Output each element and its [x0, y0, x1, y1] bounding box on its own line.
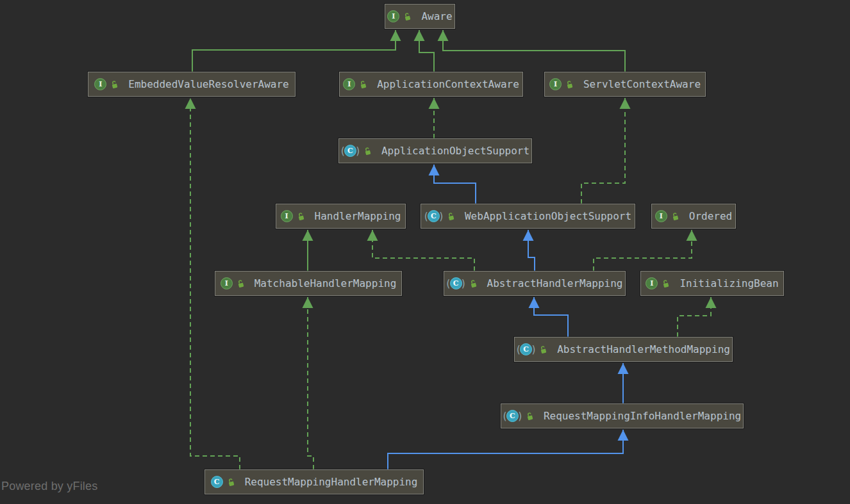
lock-icon: [671, 212, 679, 221]
interface-icon: I: [655, 210, 667, 222]
class-node-ord[interactable]: IOrdered: [651, 204, 736, 229]
class-node-aos[interactable]: (C)ApplicationObjectSupport: [338, 138, 532, 163]
class-node-waos[interactable]: (C)WebApplicationObjectSupport: [421, 204, 635, 229]
abstract-class-icon: (C): [447, 277, 465, 289]
class-name-label: MatchableHandlerMapping: [254, 277, 397, 289]
interface-icon: I: [94, 78, 106, 90]
lock-icon: [469, 279, 478, 288]
abstract-class-icon: (C): [341, 145, 360, 157]
class-node-aca[interactable]: IApplicationContextAware: [339, 72, 523, 97]
lock-icon: [226, 478, 235, 487]
class-name-label: HandlerMapping: [315, 210, 401, 222]
class-name-label: ApplicationObjectSupport: [381, 145, 529, 157]
lock-icon: [358, 80, 367, 89]
class-icon: C: [211, 476, 223, 488]
abstract-class-icon: (C): [517, 343, 535, 355]
interface-icon: I: [221, 277, 233, 289]
class-node-rmhm[interactable]: CRequestMappingHandlerMapping: [204, 469, 424, 494]
class-node-aware[interactable]: IAware: [385, 4, 455, 29]
class-name-label: EmbeddedValueResolverAware: [128, 78, 288, 90]
interface-icon: I: [646, 277, 658, 289]
lock-icon: [565, 80, 574, 89]
class-name-label: InitializingBean: [679, 277, 778, 289]
class-node-ahmm[interactable]: (C)AbstractHandlerMethodMapping: [514, 337, 733, 362]
interface-icon: I: [549, 78, 562, 90]
abstract-class-icon: (C): [424, 210, 443, 222]
class-name-label: AbstractHandlerMethodMapping: [557, 343, 730, 355]
interface-icon: I: [281, 210, 293, 222]
lock-icon: [446, 212, 455, 221]
class-name-label: Aware: [421, 10, 452, 22]
class-node-ib[interactable]: IInitializingBean: [640, 271, 784, 296]
class-name-label: ServletContextAware: [583, 78, 701, 90]
lock-icon: [538, 345, 547, 354]
yfiles-watermark: Powered by yFiles: [1, 480, 97, 493]
lock-icon: [236, 279, 245, 288]
class-node-mhm[interactable]: IMatchableHandlerMapping: [215, 271, 402, 296]
lock-icon: [363, 147, 372, 156]
class-node-sca[interactable]: IServletContextAware: [544, 72, 706, 97]
abstract-class-icon: (C): [503, 410, 522, 422]
node-layer: IAwareIEmbeddedValueResolverAwareIApplic…: [0, 0, 850, 504]
lock-icon: [296, 212, 305, 221]
lock-icon: [403, 12, 412, 21]
class-name-label: RequestMappingHandlerMapping: [245, 476, 418, 488]
class-name-label: WebApplicationObjectSupport: [465, 210, 631, 222]
lock-icon: [525, 412, 534, 421]
class-node-evra[interactable]: IEmbeddedValueResolverAware: [88, 72, 296, 97]
interface-icon: I: [387, 10, 399, 22]
lock-icon: [661, 279, 670, 288]
class-node-rmihm[interactable]: (C)RequestMappingInfoHandlerMapping: [501, 403, 744, 428]
class-name-label: RequestMappingInfoHandlerMapping: [544, 410, 741, 422]
class-name-label: ApplicationContextAware: [377, 78, 519, 90]
diagram-canvas[interactable]: IAwareIEmbeddedValueResolverAwareIApplic…: [0, 0, 850, 504]
interface-icon: I: [343, 78, 355, 90]
class-name-label: Ordered: [689, 210, 732, 222]
lock-icon: [110, 80, 119, 89]
class-node-ahm[interactable]: (C)AbstractHandlerMapping: [444, 271, 626, 296]
class-node-hm[interactable]: IHandlerMapping: [276, 204, 406, 229]
class-name-label: AbstractHandlerMapping: [487, 277, 623, 289]
